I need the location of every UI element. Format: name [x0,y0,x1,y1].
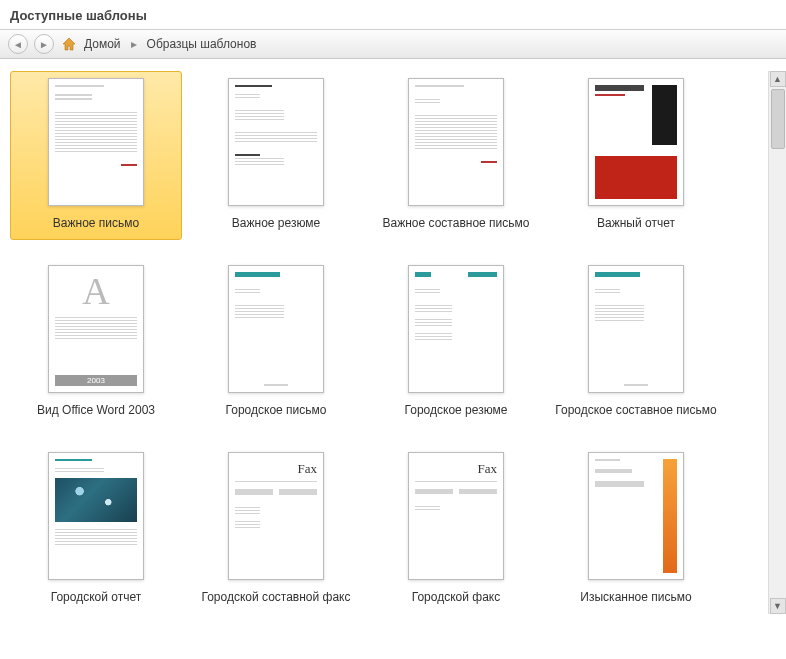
template-label: Городской составной факс [201,590,350,605]
template-item[interactable]: Важное резюме [190,71,362,240]
template-item[interactable]: Городское письмо [190,258,362,427]
scroll-up-button[interactable]: ▲ [770,71,786,87]
template-item[interactable]: Fax Городской составной факс [190,445,362,614]
template-item[interactable]: Важное составное письмо [370,71,542,240]
template-thumbnail [408,78,504,206]
template-label: Важное составное письмо [383,216,530,231]
template-label: Важное письмо [53,216,139,231]
template-thumbnail [48,78,144,206]
template-item[interactable]: Важный отчет [550,71,722,240]
template-item[interactable]: Городское резюме [370,258,542,427]
template-label: Городское письмо [226,403,327,418]
chevron-right-icon: ▸ [127,37,141,51]
vertical-scrollbar[interactable]: ▲ ▼ [768,71,786,614]
breadcrumb-current[interactable]: Образцы шаблонов [147,37,257,51]
home-icon [60,35,78,53]
template-item[interactable]: Городское составное письмо [550,258,722,427]
template-thumbnail: Fax [408,452,504,580]
templates-content: Важное письмо Важное резюме Важное соста… [0,59,786,626]
template-label: Важный отчет [597,216,675,231]
template-thumbnail [48,452,144,580]
scroll-down-button[interactable]: ▼ [770,598,786,614]
template-item[interactable]: Изысканное письмо [550,445,722,614]
template-thumbnail [228,265,324,393]
template-label: Городское составное письмо [555,403,716,418]
breadcrumb-bar: ◄ ► Домой ▸ Образцы шаблонов [0,29,786,59]
template-item[interactable]: Важное письмо [10,71,182,240]
scroll-thumb[interactable] [771,89,785,149]
template-thumbnail [588,452,684,580]
template-item[interactable]: Fax Городской факс [370,445,542,614]
template-thumbnail [408,265,504,393]
template-label: Городское резюме [405,403,508,418]
template-label: Городской отчет [51,590,141,605]
panel-title: Доступные шаблоны [0,0,786,29]
nav-forward-button[interactable]: ► [34,34,54,54]
templates-grid: Важное письмо Важное резюме Важное соста… [10,71,768,614]
template-item[interactable]: Городской отчет [10,445,182,614]
template-thumbnail: Fax [228,452,324,580]
template-label: Вид Office Word 2003 [37,403,155,418]
template-label: Городской факс [412,590,500,605]
nav-back-button[interactable]: ◄ [8,34,28,54]
template-thumbnail [228,78,324,206]
template-thumbnail: A2003 [48,265,144,393]
template-thumbnail [588,78,684,206]
template-thumbnail [588,265,684,393]
template-label: Важное резюме [232,216,320,231]
template-label: Изысканное письмо [580,590,691,605]
template-item[interactable]: A2003 Вид Office Word 2003 [10,258,182,427]
breadcrumb-home[interactable]: Домой [84,37,121,51]
